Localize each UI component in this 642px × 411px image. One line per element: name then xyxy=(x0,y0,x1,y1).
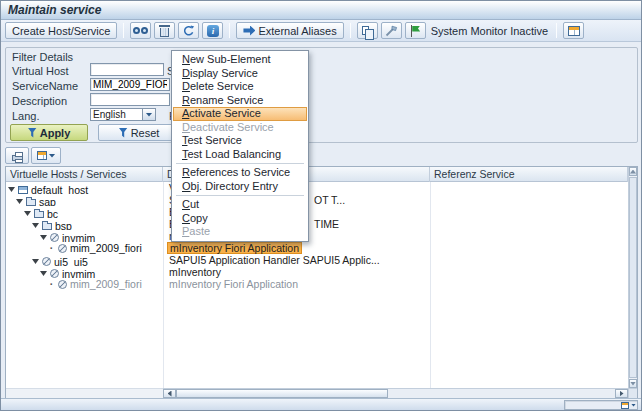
horizontal-scrollbar[interactable] xyxy=(163,388,637,398)
column-header-ref-service[interactable]: Referenz Service xyxy=(430,167,628,182)
language-combobox[interactable]: English xyxy=(90,108,156,121)
tree-row[interactable]: invmim mInventory xyxy=(6,266,628,278)
external-aliases-label: External Aliases xyxy=(258,25,336,37)
service-icon xyxy=(50,269,59,278)
services-tools-button[interactable] xyxy=(381,22,402,39)
toolbar-separator xyxy=(123,23,124,38)
virtual-host-label: Virtual Host xyxy=(12,65,69,77)
print-button[interactable] xyxy=(5,147,29,164)
tree-node-label[interactable]: bsp xyxy=(55,220,72,231)
expand-arrow-icon[interactable] xyxy=(32,223,39,228)
hscroll-track[interactable] xyxy=(176,389,615,398)
expand-arrow-icon[interactable] xyxy=(24,211,31,216)
toolbar-separator xyxy=(556,23,557,38)
column-header-hosts[interactable]: Virtuelle Hosts / Services xyxy=(6,167,163,182)
chevron-down-icon xyxy=(49,154,56,158)
screen-titlebar: Maintain service xyxy=(1,1,641,20)
tree-node-label[interactable]: bc xyxy=(47,208,58,219)
trash-icon xyxy=(160,28,169,37)
language-dropdown-button[interactable] xyxy=(143,108,156,121)
hscroll-thumb[interactable] xyxy=(176,389,388,398)
reset-button[interactable]: Reset xyxy=(98,124,180,141)
tree-row[interactable]: invmim mI xyxy=(6,230,628,242)
tree-row[interactable]: ui5_ui5 SAPUI5 Application Handler SAPUI… xyxy=(6,254,628,266)
status-right-panel[interactable] xyxy=(564,400,638,410)
system-monitor-flag-button[interactable] xyxy=(405,22,426,39)
printer-icon xyxy=(12,155,23,161)
folder-icon xyxy=(34,211,44,218)
tree-node-label[interactable]: sap xyxy=(39,196,56,207)
description-text: SAPUI5 Application Handler SAPUI5 Applic… xyxy=(169,254,380,266)
expand-arrow-icon[interactable] xyxy=(8,187,15,192)
layout-dropdown-button[interactable] xyxy=(31,147,61,164)
info-button[interactable]: i xyxy=(202,22,223,39)
tree-row-selected[interactable]: · mim_2009_fiori mInventory Fiori Applic… xyxy=(6,242,628,254)
tree-row[interactable]: sap SA OT T... xyxy=(6,194,628,206)
scroll-up-button[interactable] xyxy=(629,167,637,176)
tree-node-label[interactable]: invmim xyxy=(62,232,95,243)
tree-row[interactable]: default_host VIR xyxy=(6,182,628,194)
vscroll-thumb[interactable] xyxy=(629,177,637,378)
selected-description-cell[interactable]: mInventory Fiori Application xyxy=(167,242,302,254)
ref-service-cell xyxy=(430,182,628,194)
expand-arrow-icon[interactable] xyxy=(32,259,39,264)
refresh-button[interactable] xyxy=(178,22,199,39)
menu-item-references-to-service[interactable]: References to Service xyxy=(173,166,307,180)
create-host-service-button[interactable]: Create Host/Service xyxy=(5,22,117,39)
scroll-down-button[interactable] xyxy=(629,379,637,388)
scroll-left-button[interactable] xyxy=(163,389,176,398)
servicename-input[interactable] xyxy=(90,78,170,91)
scroll-right-button[interactable] xyxy=(615,389,628,398)
leaf-bullet: · xyxy=(48,278,55,290)
description-text-continued: TIME xyxy=(314,218,339,230)
menu-item-display-service[interactable]: Display Service xyxy=(173,67,307,81)
expand-arrow-icon[interactable] xyxy=(16,199,23,204)
display-button[interactable] xyxy=(130,22,151,39)
external-aliases-button[interactable]: External Aliases xyxy=(236,22,343,39)
language-value: English xyxy=(90,108,143,121)
description-label: Description xyxy=(12,95,67,107)
tree-node-label[interactable]: mim_2009_fiori xyxy=(70,278,142,290)
tree-node-label[interactable]: mim_2009_fiori xyxy=(70,242,142,254)
menu-item-activate-service[interactable]: Activate Service xyxy=(173,107,307,121)
menu-item-new-sub-element[interactable]: New Sub-Element xyxy=(173,53,307,67)
system-monitor-label: System Monitor Inactive xyxy=(429,25,550,37)
menu-item-obj-directory-entry[interactable]: Obj. Directory Entry xyxy=(173,180,307,194)
tree-node-label[interactable]: ui5_ui5 xyxy=(54,256,88,267)
menu-item-cut[interactable]: Cut xyxy=(173,198,307,212)
vertical-scrollbar[interactable] xyxy=(628,167,637,388)
delete-button[interactable] xyxy=(154,22,175,39)
copy-button[interactable] xyxy=(357,22,378,39)
servicename-label: ServiceName xyxy=(12,80,78,92)
menu-item-copy[interactable]: Copy xyxy=(173,212,307,226)
tree-row[interactable]: bc BA xyxy=(6,206,628,218)
status-bar xyxy=(1,398,641,410)
ref-service-cell xyxy=(430,206,628,218)
description-input[interactable] xyxy=(90,93,170,106)
menu-item-rename-service[interactable]: Rename Service xyxy=(173,94,307,108)
table-view-button[interactable] xyxy=(563,22,584,39)
menu-item-paste: Paste xyxy=(173,225,307,239)
chevron-down-icon xyxy=(631,404,636,407)
tree-node-label[interactable]: invmim xyxy=(62,268,95,279)
tree-row[interactable]: · mim_2009_fiori mInventory Fiori Applic… xyxy=(6,278,628,290)
menu-item-delete-service[interactable]: Delete Service xyxy=(173,80,307,94)
maintain-service-window: Maintain service Create Host/Service i E… xyxy=(0,0,642,411)
tree-node-label[interactable]: default_host xyxy=(31,184,88,195)
expand-arrow-icon[interactable] xyxy=(40,235,47,240)
virtual-host-input[interactable] xyxy=(90,63,164,76)
service-icon xyxy=(50,233,59,242)
language-label: Lang. xyxy=(12,110,40,122)
tree-row[interactable]: bsp BU TIME xyxy=(6,218,628,230)
service-icon xyxy=(58,280,67,289)
menu-item-test-load-balancing[interactable]: Test Load Balancing xyxy=(173,148,307,162)
apply-button[interactable]: Apply xyxy=(10,124,88,141)
apply-label: Apply xyxy=(40,127,71,139)
status-grid-icon xyxy=(621,402,629,409)
expand-arrow-icon[interactable] xyxy=(40,271,47,276)
glasses-icon xyxy=(133,27,148,34)
tree-toolbar xyxy=(5,147,61,164)
ref-service-cell xyxy=(430,218,628,230)
host-icon xyxy=(18,186,28,194)
menu-item-test-service[interactable]: Test Service xyxy=(173,134,307,148)
